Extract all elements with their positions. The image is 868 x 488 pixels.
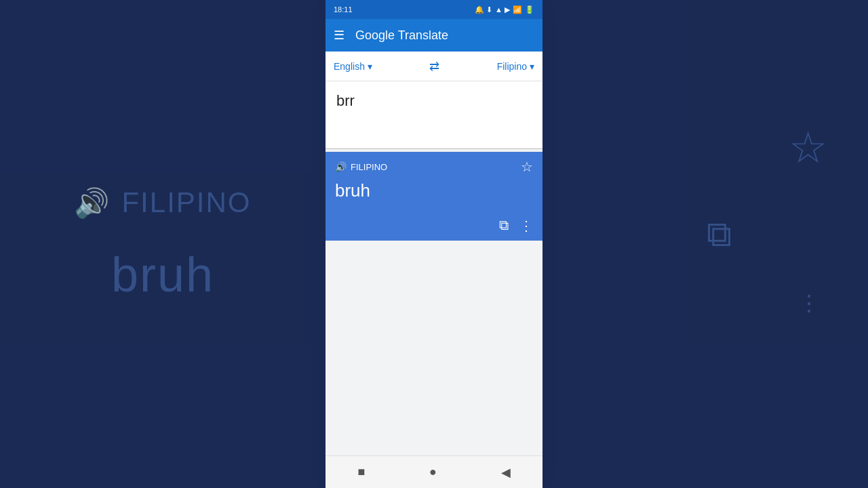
nav-home-button[interactable]: ●: [429, 465, 437, 479]
translation-language-label: FILIPINO: [351, 162, 387, 172]
translated-word: bruh: [335, 180, 533, 201]
more-options-button[interactable]: ⋮: [519, 218, 533, 234]
bg-sound-label: 🔊 FILIPINO: [74, 186, 251, 220]
translation-language: 🔊 FILIPINO: [335, 161, 387, 172]
translation-actions: ⧉ ⋮: [335, 218, 533, 234]
bg-copy-icon: ⧉: [707, 214, 732, 255]
translation-box: 🔊 FILIPINO ☆ bruh ⧉ ⋮: [326, 152, 542, 241]
battery-icon: 🔋: [525, 5, 534, 14]
target-language-label: Filipino: [497, 61, 527, 72]
target-language-arrow: ▾: [530, 61, 534, 72]
bg-dots-icon: ⋮: [798, 296, 821, 310]
translation-sound-icon[interactable]: 🔊: [335, 161, 347, 172]
signal-icons: ▲ ▶: [495, 5, 510, 14]
bg-left-panel: 🔊 FILIPINO bruh: [0, 0, 326, 488]
bg-star-icon: ☆: [789, 123, 827, 173]
source-language-button[interactable]: English ▾: [334, 61, 372, 72]
source-language-label: English: [334, 61, 365, 72]
bg-translated-word: bruh: [111, 247, 214, 302]
source-language-arrow: ▾: [368, 61, 372, 72]
swap-language-button[interactable]: ⇄: [429, 59, 439, 74]
notification-icons: 🔔 ⬇: [475, 5, 492, 14]
menu-icon[interactable]: ☰: [334, 28, 344, 43]
language-selector: English ▾ ⇄ Filipino ▾: [326, 52, 542, 81]
wifi-icon: 📶: [513, 5, 522, 14]
bg-sound-icon: 🔊: [74, 186, 111, 220]
input-text: brr: [336, 92, 532, 110]
status-bar: 18:11 🔔 ⬇ ▲ ▶ 📶 🔋: [326, 0, 542, 19]
bg-right-panel: ☆ ⧉ ⋮: [542, 0, 868, 488]
bottom-area: [326, 241, 542, 455]
copy-button[interactable]: ⧉: [499, 218, 509, 234]
app-title-translate: Translate: [395, 28, 448, 42]
nav-bar: ■ ● ◀: [326, 455, 542, 488]
phone-screen: 18:11 🔔 ⬇ ▲ ▶ 📶 🔋 ☰ Google Translate Eng…: [326, 0, 542, 488]
status-time: 18:11: [334, 5, 353, 14]
target-language-button[interactable]: Filipino ▾: [497, 61, 534, 72]
app-title-google: Google: [355, 28, 395, 42]
translation-header: 🔊 FILIPINO ☆: [335, 159, 533, 175]
nav-back-button[interactable]: ◀: [501, 465, 511, 480]
input-area[interactable]: brr: [326, 81, 542, 149]
app-bar: ☰ Google Translate: [326, 19, 542, 52]
nav-recent-button[interactable]: ■: [357, 465, 365, 479]
status-icons: 🔔 ⬇ ▲ ▶ 📶 🔋: [475, 5, 534, 14]
app-title: Google Translate: [355, 28, 448, 43]
favorite-button[interactable]: ☆: [521, 159, 533, 175]
bg-filipino-label: FILIPINO: [121, 186, 251, 219]
